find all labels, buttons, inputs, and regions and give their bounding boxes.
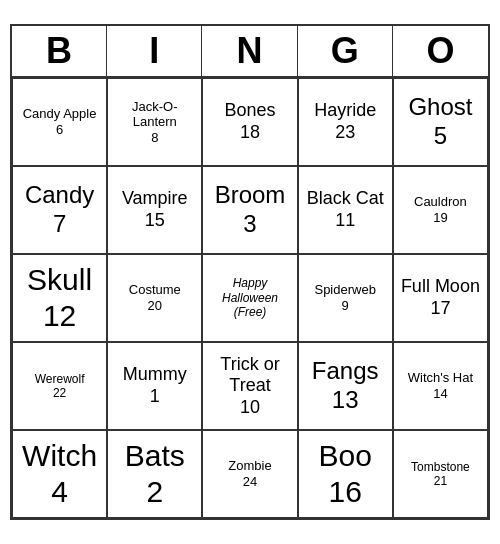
cell-num: 12: [43, 298, 76, 334]
bingo-cell: Vampire15: [107, 166, 202, 254]
cell-num: 4: [51, 474, 68, 510]
cell-num: 14: [433, 386, 447, 402]
cell-num: 15: [145, 210, 165, 232]
cell-word: Trick or Treat: [205, 354, 294, 397]
cell-word: Cauldron: [414, 194, 467, 210]
bingo-cell: Fangs13: [298, 342, 393, 430]
cell-num: 23: [335, 122, 355, 144]
cell-num: 6: [56, 122, 63, 138]
cell-num: 20: [148, 298, 162, 314]
cell-num: 22: [53, 386, 66, 400]
cell-word: Ghost: [408, 93, 472, 122]
cell-word: Hayride: [314, 100, 376, 122]
cell-word: Boo: [319, 438, 372, 474]
bingo-cell: Boo16: [298, 430, 393, 518]
cell-word: Costume: [129, 282, 181, 298]
bingo-grid: Candy Apple6Jack-O-Lantern8Bones18Hayrid…: [12, 78, 488, 518]
cell-word: Spiderweb: [314, 282, 375, 298]
cell-word: Broom: [215, 181, 286, 210]
cell-num: 24: [243, 474, 257, 490]
bingo-cell: Bats2: [107, 430, 202, 518]
cell-word: Bats: [125, 438, 185, 474]
bingo-cell: Happy Halloween (Free): [202, 254, 297, 342]
bingo-cell: Broom3: [202, 166, 297, 254]
cell-num: 3: [243, 210, 256, 239]
bingo-cell: Cauldron19: [393, 166, 488, 254]
cell-word: Candy: [25, 181, 94, 210]
bingo-cell: Ghost5: [393, 78, 488, 166]
cell-num: 5: [434, 122, 447, 151]
free-space-text: Happy Halloween (Free): [205, 276, 294, 319]
header-i: I: [107, 26, 202, 76]
bingo-cell: Trick or Treat10: [202, 342, 297, 430]
cell-word: Fangs: [312, 357, 379, 386]
cell-word: Bones: [224, 100, 275, 122]
bingo-cell: Black Cat11: [298, 166, 393, 254]
bingo-cell: Witch's Hat14: [393, 342, 488, 430]
cell-word: Tombstone: [411, 460, 470, 474]
cell-word: Witch: [22, 438, 97, 474]
cell-num: 9: [342, 298, 349, 314]
cell-num: 13: [332, 386, 359, 415]
bingo-header: B I N G O: [12, 26, 488, 78]
bingo-cell: Costume20: [107, 254, 202, 342]
bingo-cell: Zombie24: [202, 430, 297, 518]
cell-num: 10: [240, 397, 260, 419]
cell-word: Candy Apple: [23, 106, 97, 122]
cell-word: Witch's Hat: [408, 370, 473, 386]
bingo-cell: Mummy1: [107, 342, 202, 430]
bingo-cell: Spiderweb9: [298, 254, 393, 342]
cell-num: 16: [329, 474, 362, 510]
cell-word: Vampire: [122, 188, 188, 210]
cell-num: 2: [146, 474, 163, 510]
bingo-cell: Hayride23: [298, 78, 393, 166]
bingo-cell: Candy Apple6: [12, 78, 107, 166]
cell-word: Jack-O-Lantern: [110, 99, 199, 130]
cell-word: Full Moon: [401, 276, 480, 298]
cell-word: Black Cat: [307, 188, 384, 210]
cell-word: Werewolf: [35, 372, 85, 386]
header-o: O: [393, 26, 488, 76]
bingo-cell: Candy7: [12, 166, 107, 254]
cell-num: 19: [433, 210, 447, 226]
cell-num: 21: [434, 474, 447, 488]
bingo-cell: Jack-O-Lantern8: [107, 78, 202, 166]
header-g: G: [298, 26, 393, 76]
bingo-cell: Witch4: [12, 430, 107, 518]
bingo-card: B I N G O Candy Apple6Jack-O-Lantern8Bon…: [10, 24, 490, 520]
header-n: N: [202, 26, 297, 76]
cell-word: Mummy: [123, 364, 187, 386]
cell-num: 7: [53, 210, 66, 239]
bingo-cell: Skull12: [12, 254, 107, 342]
bingo-cell: Bones18: [202, 78, 297, 166]
cell-num: 17: [430, 298, 450, 320]
cell-num: 8: [151, 130, 158, 146]
cell-num: 11: [335, 210, 355, 232]
bingo-cell: Werewolf22: [12, 342, 107, 430]
cell-word: Zombie: [228, 458, 271, 474]
cell-word: Skull: [27, 262, 92, 298]
cell-num: 1: [150, 386, 160, 408]
bingo-cell: Full Moon17: [393, 254, 488, 342]
cell-num: 18: [240, 122, 260, 144]
header-b: B: [12, 26, 107, 76]
bingo-cell: Tombstone21: [393, 430, 488, 518]
